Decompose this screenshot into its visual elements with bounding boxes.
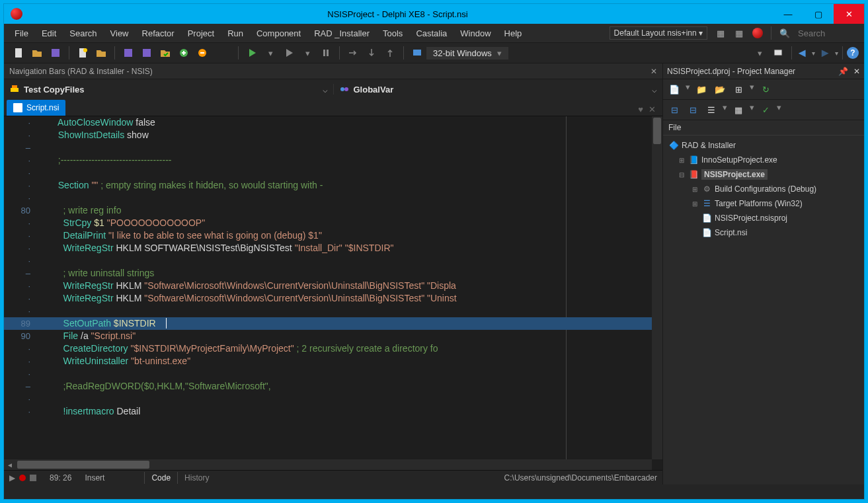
play-small-icon[interactable]: ▶ [9, 473, 15, 483]
menu-view[interactable]: View [104, 26, 136, 41]
layout-icon-1[interactable]: ▦ [714, 26, 727, 40]
svg-rect-1 [52, 49, 59, 57]
titlebar: NSISProject - Delphi XE8 - Script.nsi — … [4, 4, 864, 24]
pin-icon[interactable]: 📌 [838, 67, 848, 76]
navigation-bar-header: Navigation Bars (RAD & Installer - NSIS)… [4, 63, 662, 79]
tree-item-script[interactable]: 📄Script.nsi [663, 225, 864, 240]
add-folder-icon[interactable]: 📁 [694, 82, 709, 97]
tree-item-build[interactable]: ⊞⚙Build Configurations (Debug) [663, 182, 864, 196]
chevron-down-icon: ▾ [497, 48, 502, 58]
menu-project[interactable]: Project [181, 26, 221, 41]
tree-item-target[interactable]: ⊞☰Target Platforms (Win32) [663, 196, 864, 211]
breadcrumb-symbol[interactable]: GlobalVar ⌵ [333, 84, 663, 95]
svg-point-15 [344, 87, 348, 91]
tab-script[interactable]: Script.nsi [7, 100, 65, 116]
new-file-icon[interactable] [11, 45, 26, 61]
chevron-down-icon: ⌵ [652, 85, 657, 95]
menu-component[interactable]: Component [250, 26, 307, 41]
add-icon[interactable] [176, 45, 192, 61]
nav-forward-icon[interactable]: ► [819, 46, 831, 60]
menu-rad-installer[interactable]: RAD _Installer [307, 26, 376, 41]
remove-icon[interactable] [194, 45, 210, 61]
horizontal-scrollbar[interactable]: ◄ [4, 459, 652, 470]
menu-help[interactable]: Help [498, 26, 529, 41]
help-icon[interactable]: ? [847, 47, 859, 59]
cursor-position: 89: 26 [36, 473, 85, 483]
maximize-button[interactable]: ▢ [803, 4, 834, 24]
close-button[interactable]: ✕ [834, 4, 864, 24]
layout-selector[interactable]: Default Layout nsis+inn ▾ [610, 26, 707, 40]
step-into-icon[interactable] [364, 45, 379, 61]
new-item-icon[interactable] [75, 45, 91, 61]
code-editor[interactable]: · AutoCloseWindow false · ShowInstDetail… [4, 116, 662, 470]
tree-item-inno[interactable]: ⊞📘InnoSetupProject.exe [663, 153, 864, 167]
svg-rect-13 [12, 85, 17, 88]
tree-item-proj[interactable]: 📄NSISProject.nsisproj [663, 211, 864, 225]
chevron-down-icon[interactable]: ▾ [835, 50, 838, 57]
menu-file[interactable]: File [8, 26, 35, 41]
open-icon[interactable] [29, 45, 45, 61]
refresh-icon[interactable]: ↻ [758, 82, 773, 97]
run-nobuild-icon[interactable] [281, 45, 297, 61]
nav-back-icon[interactable]: ◄ [796, 46, 808, 60]
saveas-icon[interactable] [139, 45, 155, 61]
heart-icon[interactable]: ♥ [635, 103, 646, 116]
folder-check-icon[interactable] [157, 45, 173, 61]
open-project-icon[interactable] [93, 45, 109, 61]
app-icon [11, 8, 22, 20]
config-icon[interactable]: ▦ [731, 102, 746, 117]
tree-root[interactable]: 🔷RAD & Installer [663, 138, 864, 153]
save-icon[interactable] [48, 45, 63, 61]
target-platform-selector[interactable]: 32-bit Windows ▾ [426, 47, 508, 59]
svg-rect-8 [323, 50, 325, 56]
run-dropdown-icon[interactable]: ▾ [262, 45, 278, 61]
status-bar: ▶ 89: 26 Insert Code History C:\Users\un… [4, 470, 662, 484]
menu-run[interactable]: Run [221, 26, 250, 41]
insert-mode: Insert [85, 473, 144, 483]
menu-refactor[interactable]: Refactor [136, 26, 181, 41]
menu-window[interactable]: Window [454, 26, 497, 41]
nav-header-label: Navigation Bars (RAD & Installer - NSIS) [9, 67, 153, 76]
tree-item-nsis[interactable]: ⊟📕NSISProject.exe [663, 167, 864, 182]
chevron-down-icon[interactable]: ▾ [752, 45, 768, 61]
minimize-button[interactable]: — [773, 4, 803, 24]
expand-icon[interactable]: ⊟ [667, 102, 682, 117]
project-tree: 🔷RAD & Installer ⊞📘InnoSetupProject.exe … [663, 135, 864, 243]
pause-icon[interactable] [318, 45, 334, 61]
close-icon[interactable]: ✕ [853, 67, 860, 76]
breadcrumb-function[interactable]: Test CopyFiles ⌵ [4, 84, 333, 95]
save-all-icon[interactable] [120, 45, 136, 61]
vertical-scrollbar[interactable] [652, 116, 662, 459]
view-icon[interactable]: ⊞ [731, 82, 746, 97]
svg-point-3 [83, 48, 87, 52]
collapse-icon[interactable]: ⊟ [686, 102, 700, 117]
chevron-down-icon[interactable]: ▾ [812, 50, 815, 57]
menu-search[interactable]: Search [63, 26, 103, 41]
layout-icon-2[interactable]: ▦ [732, 26, 746, 40]
open-folder-icon[interactable]: 📂 [713, 82, 727, 97]
step-over-icon[interactable] [345, 45, 361, 61]
target-platform-label: 32-bit Windows [433, 48, 492, 58]
menu-edit[interactable]: Edit [35, 26, 63, 41]
stop-icon[interactable] [30, 475, 36, 481]
tab-history[interactable]: History [177, 472, 216, 484]
record-icon[interactable] [19, 475, 26, 481]
filter-icon[interactable]: ✓ [758, 102, 773, 117]
file-icon [13, 103, 22, 112]
screen-icon[interactable] [770, 45, 786, 61]
list-icon[interactable]: ☰ [704, 102, 719, 117]
close-icon[interactable]: ✕ [651, 67, 657, 76]
search-input[interactable] [794, 27, 860, 40]
tab-code[interactable]: Code [144, 472, 177, 484]
run-button[interactable] [244, 45, 260, 61]
menu-castalia[interactable]: Castalia [409, 26, 454, 41]
step-out-icon[interactable] [382, 45, 398, 61]
tab-label: Script.nsi [26, 103, 59, 112]
close-tab-icon[interactable]: ✕ [646, 103, 658, 116]
svg-rect-4 [124, 49, 132, 57]
menu-tools[interactable]: Tools [376, 26, 409, 41]
target-icon[interactable] [409, 45, 425, 61]
welcome-icon[interactable] [751, 26, 764, 40]
chevron-down-icon[interactable]: ▾ [299, 45, 315, 61]
new-icon[interactable]: 📄 [667, 82, 682, 97]
